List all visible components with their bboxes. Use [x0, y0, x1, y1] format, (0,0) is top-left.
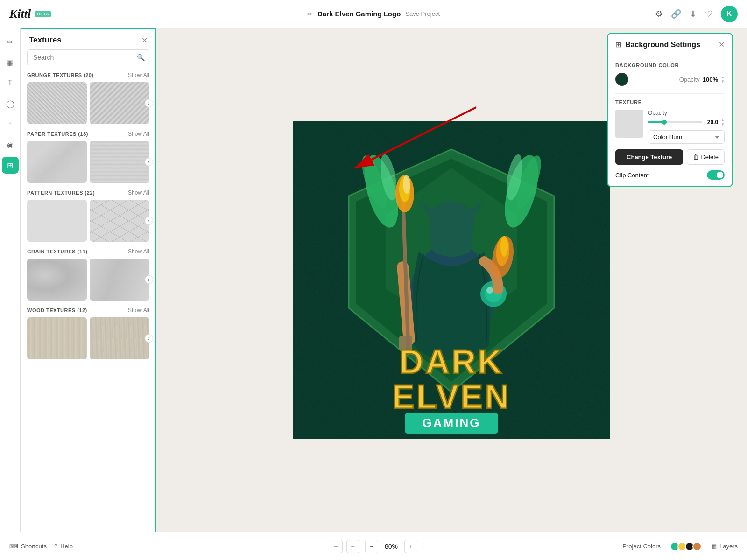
layers-icon: ▦	[711, 543, 717, 550]
grunge-section-title: GRUNGE TEXTURES (20)	[27, 72, 94, 78]
edit-tool-button[interactable]: ✏	[2, 34, 19, 50]
notifications-icon[interactable]: ♡	[705, 9, 712, 19]
grain-section-title: GRAIN TEXTURES (11)	[27, 249, 87, 254]
share-icon[interactable]: 🔗	[671, 9, 681, 19]
pattern-texture-grid: ›	[27, 200, 149, 242]
settings-icon[interactable]: ⚙	[655, 9, 662, 19]
bg-settings-body: BACKGROUND COLOR Opacity 100% ▲ ▼ TEXTUR…	[608, 56, 732, 186]
texture-opacity-slider[interactable]	[648, 121, 702, 123]
textures-panel-title: Textures	[29, 35, 62, 45]
texture-item[interactable]	[27, 82, 87, 124]
blend-mode-select[interactable]: Normal Multiply Screen Overlay Color Bur…	[648, 130, 725, 144]
texture-opacity-label: Opacity	[648, 110, 725, 116]
grain-texture-grid: ›	[27, 259, 149, 301]
project-colors-label: Project Colors	[622, 543, 661, 550]
textures-tool-button[interactable]: ⊞	[2, 157, 19, 174]
bottombar-right: Project Colors ▦ Layers	[622, 542, 738, 551]
texture-section-grain: GRAIN TEXTURES (11) Show All ›	[21, 248, 155, 307]
texture-item[interactable]	[27, 317, 87, 359]
texture-item[interactable]	[90, 259, 149, 301]
svg-text:ELVEN: ELVEN	[392, 378, 511, 415]
change-texture-button[interactable]: Change Texture	[615, 149, 683, 165]
pattern-section-title: PATTERN TEXTURES (22)	[27, 190, 95, 196]
opacity-increment[interactable]: ▲	[721, 76, 725, 79]
camera-tool-button[interactable]: ◉	[2, 136, 19, 153]
texture-item[interactable]	[27, 259, 87, 301]
nav-forward-button[interactable]: →	[346, 540, 359, 553]
save-project-button[interactable]: Save Project	[405, 10, 440, 17]
grunge-scroll-arrow[interactable]: ›	[145, 99, 153, 107]
texture-item[interactable]	[27, 141, 87, 183]
text-tool-button[interactable]: T	[2, 75, 19, 91]
svg-text:GAMING: GAMING	[423, 416, 481, 430]
upload-tool-button[interactable]: ↑	[2, 116, 19, 133]
svg-point-26	[500, 236, 508, 257]
wood-scroll-arrow[interactable]: ›	[145, 334, 153, 343]
user-avatar[interactable]: K	[721, 6, 738, 22]
opacity-stepper[interactable]: ▲ ▼	[721, 76, 725, 84]
texture-section-grunge: GRUNGE TEXTURES (20) Show All ›	[21, 72, 155, 131]
texture-opacity-increment[interactable]: ▲	[721, 118, 725, 122]
bg-color-row: Opacity 100% ▲ ▼	[615, 73, 725, 86]
project-title[interactable]: Dark Elven Gaming Logo	[317, 10, 401, 18]
texture-section-label: TEXTURE	[615, 99, 725, 105]
texture-section-wood: WOOD TEXTURES (12) Show All ›	[21, 307, 155, 366]
bg-settings-close-button[interactable]: ✕	[719, 40, 725, 49]
texture-buttons-row: Change Texture 🗑 Delete	[615, 149, 725, 165]
textures-search-input[interactable]	[27, 49, 149, 65]
paper-texture-grid: ›	[27, 141, 149, 183]
beta-badge: BETA	[35, 11, 51, 17]
layers-tool-button[interactable]: ▦	[2, 54, 19, 71]
pattern-show-all-button[interactable]: Show All	[128, 189, 149, 196]
texture-preview-row: Opacity 20.0 ▲ ▼ Normal	[615, 110, 725, 144]
help-icon: ?	[54, 543, 57, 550]
texture-item[interactable]	[90, 141, 149, 183]
texture-item[interactable]	[90, 317, 149, 359]
color-swatch[interactable]	[692, 542, 702, 551]
background-settings-panel: ⊞ Background Settings ✕ BACKGROUND COLOR…	[607, 33, 733, 187]
wood-show-all-button[interactable]: Show All	[128, 307, 149, 314]
texture-section-paper: PAPER TEXTURES (18) Show All ›	[21, 131, 155, 189]
textures-close-button[interactable]: ✕	[141, 36, 148, 45]
textures-panel-header: Textures ✕	[21, 29, 155, 49]
bottombar-left: ⌨ Shortcuts ? Help	[9, 543, 73, 550]
grunge-show-all-button[interactable]: Show All	[128, 72, 149, 78]
bg-color-swatch[interactable]	[615, 73, 628, 86]
grain-show-all-button[interactable]: Show All	[128, 248, 149, 255]
pattern-scroll-arrow[interactable]: ›	[145, 217, 153, 225]
clip-content-row: Clip Content	[615, 170, 725, 180]
zoom-level[interactable]: 80%	[382, 543, 401, 550]
paper-scroll-arrow[interactable]: ›	[145, 158, 153, 166]
opacity-decrement[interactable]: ▼	[721, 80, 725, 84]
wood-texture-grid: ›	[27, 317, 149, 359]
app-logo[interactable]: Kittl	[9, 7, 31, 21]
texture-opacity-slider-thumb[interactable]	[662, 120, 667, 125]
search-icon: 🔍	[137, 54, 145, 61]
bg-settings-header: ⊞ Background Settings ✕	[608, 34, 732, 56]
wood-section-title: WOOD TEXTURES (12)	[27, 308, 87, 313]
layers-button[interactable]: ▦ Layers	[711, 543, 738, 550]
download-icon[interactable]: ⇓	[690, 9, 697, 19]
clip-content-toggle[interactable]	[707, 170, 725, 180]
texture-opacity-decrement[interactable]: ▼	[721, 122, 725, 126]
texture-item[interactable]	[90, 200, 149, 242]
svg-point-23	[486, 287, 493, 294]
texture-opacity-slider-row: 20.0 ▲ ▼	[648, 118, 725, 126]
bg-settings-panel-icon: ⊞	[615, 40, 621, 49]
texture-item[interactable]	[90, 82, 149, 124]
zoom-out-button[interactable]: –	[365, 540, 378, 553]
shapes-tool-button[interactable]: ◯	[2, 95, 19, 112]
shortcuts-button[interactable]: ⌨ Shortcuts	[9, 543, 47, 550]
texture-opacity-stepper[interactable]: ▲ ▼	[721, 118, 725, 126]
canvas-artwork[interactable]: DARK ELVEN GAMING	[293, 121, 610, 439]
delete-texture-button[interactable]: 🗑 Delete	[687, 149, 725, 165]
paper-show-all-button[interactable]: Show All	[128, 131, 149, 137]
help-button[interactable]: ? Help	[54, 543, 73, 550]
paper-section-title: PAPER TEXTURES (18)	[27, 131, 88, 137]
clip-content-label: Clip Content	[615, 172, 649, 179]
grain-scroll-arrow[interactable]: ›	[145, 275, 153, 284]
zoom-in-button[interactable]: +	[404, 540, 417, 553]
keyboard-icon: ⌨	[9, 543, 18, 550]
texture-item[interactable]	[27, 200, 87, 242]
nav-back-button[interactable]: ←	[330, 540, 343, 553]
